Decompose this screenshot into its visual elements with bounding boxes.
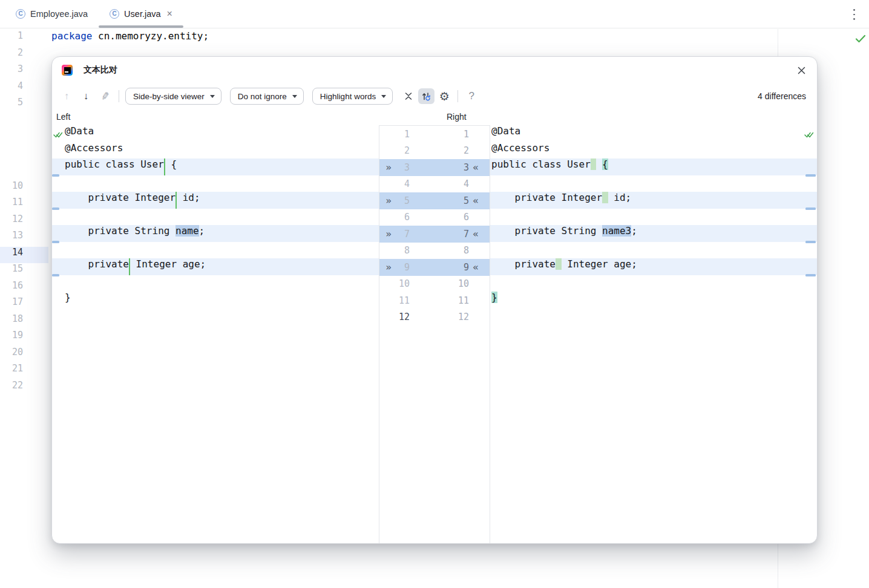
tab-close-icon[interactable]: ×: [167, 9, 172, 19]
tab-employee-java[interactable]: C Employee.java: [5, 0, 99, 28]
code-text: cn.memoryzy.entity;: [92, 30, 209, 42]
left-line-number: 3: [395, 162, 410, 173]
diff-row-left[interactable]: private Integer id;: [52, 192, 379, 209]
editor-line-number: 13: [0, 230, 48, 247]
code-text: private String: [65, 225, 175, 237]
diff-right-editor[interactable]: @Data@Accessorspublic class User { priva…: [490, 125, 817, 543]
diff-left-editor[interactable]: @Data@Accessorspublic class User { priva…: [52, 125, 379, 543]
editor-line-number: 2: [0, 47, 48, 64]
change-marker-dash: [52, 174, 59, 177]
settings-gear-icon[interactable]: ⚙: [437, 89, 451, 103]
diff-row-right[interactable]: [490, 275, 817, 292]
diff-viewer: @Data@Accessorspublic class User { priva…: [52, 125, 817, 543]
diff-gutter-row: »55«: [379, 192, 490, 209]
left-panel-label: Left: [56, 112, 70, 122]
diff-row-right[interactable]: [490, 209, 817, 226]
left-line-number: 7: [395, 229, 410, 240]
whitespace-policy-dropdown[interactable]: Do not ignore: [230, 88, 304, 105]
chevron-down-icon: [292, 95, 297, 98]
chevron-left-icon: «: [469, 261, 482, 273]
edit-pencil-icon[interactable]: ✎: [97, 88, 114, 105]
right-line-number: 7: [454, 229, 469, 240]
diff-row-left[interactable]: [52, 175, 379, 192]
chevron-right-icon: »: [382, 195, 395, 206]
right-line-number: 8: [454, 245, 469, 256]
diff-row-left[interactable]: [52, 309, 379, 325]
right-line-number: 2: [454, 145, 469, 156]
diff-row-left[interactable]: }: [52, 292, 379, 309]
diff-row-left[interactable]: [52, 275, 379, 292]
diff-row-right[interactable]: }: [490, 292, 817, 309]
code-text: private: [491, 258, 556, 270]
editor-line-number: 22: [0, 380, 48, 397]
viewer-mode-dropdown[interactable]: Side-by-side viewer: [125, 88, 221, 105]
text-compare-dialog: 文本比对 ↑ ↓ ✎ Side-by-side viewer Do not ig…: [51, 56, 818, 544]
right-line-number: 3: [454, 162, 469, 173]
tab-user-java[interactable]: C User.java ×: [99, 0, 183, 28]
editor-line-number: 1: [0, 30, 48, 47]
code-text: public class User: [491, 158, 591, 170]
code-text: {: [165, 158, 177, 170]
editor-tab-bar: C Employee.java C User.java ×: [0, 0, 869, 28]
next-difference-button[interactable]: ↓: [79, 89, 93, 103]
dialog-close-icon[interactable]: [796, 65, 807, 76]
code-text: private Integer: [65, 192, 175, 203]
chevron-down-icon: [381, 95, 386, 98]
code-text: ;: [631, 225, 637, 237]
dialog-header: 文本比对: [52, 57, 817, 83]
diff-row-right[interactable]: [490, 309, 817, 325]
change-marker-dash: [52, 207, 59, 210]
resolved-double-check-icon: [53, 129, 63, 141]
previous-difference-button[interactable]: ↑: [59, 89, 74, 103]
dropdown-label: Side-by-side viewer: [133, 92, 205, 101]
diff-row-left[interactable]: private String name;: [52, 225, 379, 242]
code-text: public class User: [65, 158, 164, 170]
code-text: @Accessors: [491, 142, 549, 154]
chevron-left-icon: «: [469, 228, 482, 240]
editor-line-number: 17: [0, 296, 48, 313]
word-diff-highlight: name: [175, 225, 199, 237]
right-line-number: 10: [454, 278, 469, 289]
diff-row-right[interactable]: [490, 175, 817, 192]
left-line-number: 5: [395, 195, 410, 206]
diff-row-right[interactable]: @Data: [490, 125, 817, 142]
diff-row-right[interactable]: private String name3;: [490, 225, 817, 242]
diff-row-right[interactable]: private Integer id;: [490, 192, 817, 209]
toolbar-separator: [457, 90, 458, 102]
diff-row-left[interactable]: private Integer age;: [52, 258, 379, 275]
code-text: Integer age;: [130, 258, 206, 270]
editor-line-number: 3: [0, 64, 48, 80]
diff-gutter-row: »88«: [379, 243, 490, 260]
editor-gutter: 1234510111213141516171819202122: [0, 30, 48, 396]
diff-row-right[interactable]: private Integer age;: [490, 258, 817, 275]
code-text: ;: [199, 225, 205, 237]
code-text: private Integer: [491, 192, 602, 203]
chevron-left-icon: «: [469, 195, 482, 206]
highlight-mode-dropdown[interactable]: Highlight words: [312, 88, 393, 105]
code-text: @Accessors: [65, 142, 123, 154]
chevron-right-icon: »: [382, 162, 395, 173]
left-line-number: 1: [395, 129, 410, 140]
diff-row-right[interactable]: [490, 242, 817, 259]
sync-scrolling-toggle[interactable]: [418, 88, 434, 104]
more-options-kebab-icon[interactable]: [848, 8, 859, 21]
editor-line-number: 10: [0, 180, 48, 197]
diff-row-left[interactable]: public class User {: [52, 158, 379, 175]
editor-code-line[interactable]: package cn.memoryzy.entity;: [51, 30, 209, 47]
chevron-right-icon: »: [382, 228, 395, 240]
collapse-unchanged-button[interactable]: [401, 89, 416, 103]
diff-row-left[interactable]: [52, 242, 379, 259]
help-icon[interactable]: ?: [464, 89, 479, 103]
diff-row-left[interactable]: @Data: [52, 125, 379, 142]
change-marker-dash: [52, 241, 59, 243]
diff-row-right[interactable]: public class User {: [490, 158, 817, 175]
editor-line-number: [0, 114, 48, 131]
code-text: private String: [491, 225, 602, 237]
change-marker-dash: [805, 274, 816, 276]
diff-row-left[interactable]: @Accessors: [52, 142, 379, 159]
word-diff-highlight: name3: [602, 225, 631, 237]
diff-row-left[interactable]: [52, 209, 379, 226]
diff-row-right[interactable]: @Accessors: [490, 142, 817, 159]
resolved-double-check-icon: [804, 129, 814, 141]
chevron-right-icon: »: [382, 261, 395, 273]
